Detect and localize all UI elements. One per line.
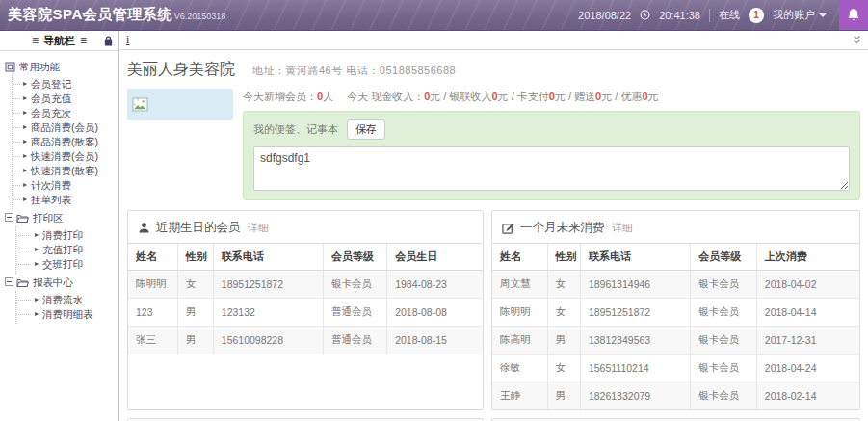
double-chevron-icon[interactable] xyxy=(853,35,861,45)
nav-section-2[interactable]: 报表中心 xyxy=(3,274,117,291)
table-cell: 陈明明 xyxy=(492,299,547,327)
folder-icon xyxy=(5,277,29,288)
stat-item: 优惠0元 xyxy=(620,91,658,102)
notifications-button[interactable] xyxy=(839,0,868,31)
table-row: 张三男15610098228普通会员2018-08-15 xyxy=(128,327,483,355)
nav-children: ▸会员登记▸会员充值▸会员充次▸商品消费(会员)▸商品消费(散客)▸快速消费(会… xyxy=(12,75,117,209)
broken-image-icon xyxy=(132,97,148,112)
account-label: 我的账户 xyxy=(773,8,815,22)
table-cell: 陈明明 xyxy=(128,271,178,299)
account-menu[interactable]: 我的账户 xyxy=(773,8,827,22)
edit-icon xyxy=(502,222,514,234)
sidebar-title: 导航栏 xyxy=(43,34,75,48)
table-cell: 张三 xyxy=(128,327,178,355)
dashboard: 美丽人身美容院 地址：黄河路46号 电话：051885856688 今天新增会员… xyxy=(119,50,868,421)
table-cell: 18951251872 xyxy=(213,271,323,299)
nav-section-0[interactable]: 常用功能 xyxy=(3,58,117,75)
nav-item-label: 快速消费(会员) xyxy=(31,150,98,162)
table-row: 123男123132普通会员2018-08-08 xyxy=(128,299,483,327)
table-cell: 123132 xyxy=(213,299,323,327)
nav-item[interactable]: ▸商品消费(散客) xyxy=(13,134,117,148)
nav-item[interactable]: ▸消费打印 xyxy=(16,227,117,242)
nav-item[interactable]: ▸消费流水 xyxy=(16,292,117,306)
nav-item[interactable]: ▸会员充值 xyxy=(13,91,117,105)
table-cell: 男 xyxy=(547,327,580,355)
caret-right-icon: ▸ xyxy=(23,165,27,176)
column-header: 姓名 xyxy=(492,244,547,271)
clock-icon xyxy=(640,10,650,20)
time-label: 20:41:38 xyxy=(659,10,700,21)
column-header: 联系电话 xyxy=(213,244,323,271)
memo-label: 我的便签、记事本 xyxy=(253,122,338,137)
memo-textarea[interactable]: sdfgsdfg1 xyxy=(253,146,850,191)
table-cell: 2018-08-08 xyxy=(387,299,483,327)
tab-item[interactable]: i xyxy=(126,33,129,47)
window-icon xyxy=(5,62,15,72)
app-window: 美容院SPA会员管理系统 V6.20150318 2018/08/22 20:4… xyxy=(0,0,868,421)
menu-icon: ≡ xyxy=(32,34,39,47)
nav-item[interactable]: ▸会员充次 xyxy=(13,105,117,119)
caret-right-icon: ▸ xyxy=(35,229,39,241)
column-header: 性别 xyxy=(547,244,580,271)
stats-line: 今天新增会员：0人今天 现金收入：0元 / 银联收入0元 / 卡支付0元 / 赠… xyxy=(243,89,860,111)
table-cell: 18261332079 xyxy=(580,382,690,410)
table-cell: 女 xyxy=(178,271,214,299)
table-cell: 银卡会员 xyxy=(691,299,757,327)
caret-right-icon: ▸ xyxy=(23,107,27,118)
lock-icon[interactable] xyxy=(103,35,114,49)
table-cell: 女 xyxy=(547,299,580,327)
column-header: 上次消费 xyxy=(756,244,859,271)
nav-item[interactable]: ▸充值打印 xyxy=(16,242,117,256)
detail-link[interactable]: 详细 xyxy=(613,222,633,235)
table-cell: 陈高明 xyxy=(492,327,547,355)
table-cell: 18961314946 xyxy=(580,271,690,299)
table-cell: 王静 xyxy=(492,382,547,410)
nav-item-label: 商品消费(散客) xyxy=(31,136,98,147)
nav-item[interactable]: ▸快速消费(会员) xyxy=(13,148,117,163)
stat-item: 银联收入0元 / xyxy=(449,91,516,102)
divider xyxy=(709,9,710,22)
table-cell: 女 xyxy=(547,271,580,299)
nav-item-label: 商品消费(会员) xyxy=(31,121,98,133)
table-cell: 银卡会员 xyxy=(691,271,757,299)
table-cell: 周文慧 xyxy=(492,271,547,299)
nav-item[interactable]: ▸消费明细表 xyxy=(16,306,117,321)
nav-children: ▸消费打印▸充值打印▸交班打印 xyxy=(15,226,117,274)
nav-item[interactable]: ▸计次消费 xyxy=(13,177,117,192)
table-cell: 男 xyxy=(178,327,214,355)
column-header: 会员生日 xyxy=(387,244,483,271)
nav-section-label: 报表中心 xyxy=(33,276,73,288)
nav-item[interactable]: ▸交班打印 xyxy=(16,256,117,271)
menu-icon: ≡ xyxy=(80,34,87,47)
app-title: 美容院SPA会员管理系统 xyxy=(8,6,172,24)
date-label: 2018/08/22 xyxy=(578,10,631,21)
caret-right-icon: ▸ xyxy=(23,179,27,191)
clinic-name: 美丽人身美容院 xyxy=(127,60,235,80)
nav-tree: 常用功能▸会员登记▸会员充值▸会员充次▸商品消费(会员)▸商品消费(散客)▸快速… xyxy=(0,51,118,324)
nav-item[interactable]: ▸快速消费(散客) xyxy=(13,163,117,177)
column-header: 会员等级 xyxy=(691,244,757,271)
save-button[interactable]: 保存 xyxy=(347,119,385,140)
stat-item: 赠送0元 / xyxy=(574,91,620,102)
column-header: 姓名 xyxy=(128,244,178,271)
table-cell: 徐敏 xyxy=(492,355,547,382)
nav-section-label: 常用功能 xyxy=(19,61,60,72)
table-cell: 1984-08-23 xyxy=(387,271,483,299)
table-row: 周文慧女18961314946银卡会员2018-04-02 xyxy=(492,271,859,299)
table-row: 陈明明女18951251872银卡会员2018-04-14 xyxy=(492,299,859,327)
table-cell: 2018-04-02 xyxy=(756,271,859,299)
nav-item-label: 挂单列表 xyxy=(31,194,71,205)
nav-item-label: 消费明细表 xyxy=(42,308,93,320)
nav-item-label: 计次消费 xyxy=(31,179,71,191)
nav-item[interactable]: ▸会员登记 xyxy=(13,76,117,91)
table-cell: 普通会员 xyxy=(323,327,386,355)
nav-item[interactable]: ▸商品消费(会员) xyxy=(13,119,117,134)
detail-link[interactable]: 详细 xyxy=(249,222,269,235)
nav-section-1[interactable]: 打印区 xyxy=(3,209,117,226)
memo-panel: 我的便签、记事本 保存 sdfgsdfg1 xyxy=(243,111,860,200)
nav-item[interactable]: ▸挂单列表 xyxy=(13,192,117,206)
panel-birthdays: 近期生日的会员 详细 姓名性别联系电话会员等级会员生日陈明明女189512518… xyxy=(127,210,484,410)
folder-icon xyxy=(5,213,29,224)
caret-right-icon: ▸ xyxy=(23,150,27,162)
nav-section-label: 打印区 xyxy=(33,212,64,224)
